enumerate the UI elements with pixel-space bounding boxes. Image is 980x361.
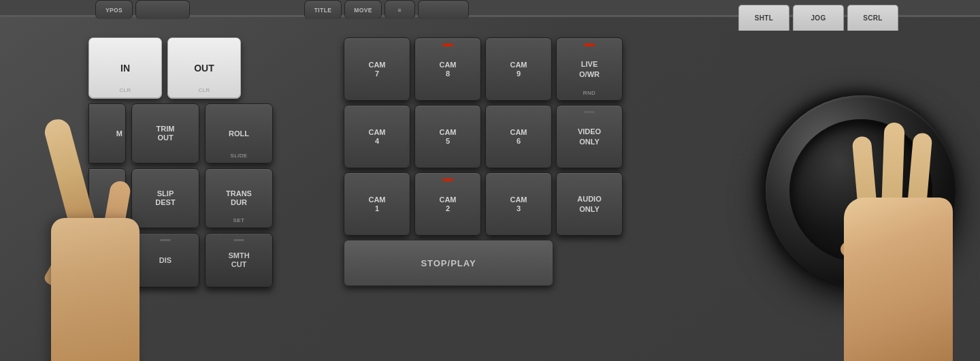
cam7-key[interactable]: CAM 7 — [344, 37, 410, 101]
cam5-num: 5 — [446, 137, 450, 145]
edit-section: IN CLR OUT CLR M TRIM OUT ROLL SLIDE — [88, 37, 273, 287]
out-label: OUT — [194, 63, 214, 74]
shtl-key[interactable]: SHTL — [738, 5, 789, 31]
cam8-label: CAM — [439, 61, 456, 69]
jog-wheel-area — [755, 54, 966, 327]
cam3-label: CAM — [510, 195, 527, 204]
cam6-label: CAM — [510, 128, 527, 136]
cam1-label: CAM — [368, 195, 385, 204]
jog-wheel-inner — [789, 119, 932, 262]
audio-only-label: AUDIO ONLY — [577, 194, 601, 214]
ut-partial-key[interactable] — [88, 168, 126, 228]
cam4-num: 4 — [375, 137, 379, 145]
trans-dur-key[interactable]: TRANS DUR SET — [205, 168, 273, 228]
live-owr-sub: RND — [583, 90, 596, 96]
live-owr-label: LIVE O/WR — [579, 59, 600, 79]
dis-label: DIS — [159, 256, 172, 264]
cam2-indicator — [442, 178, 453, 181]
cam8-num: 8 — [446, 69, 450, 78]
out-clr: CLR — [199, 87, 210, 93]
cam4-label: CAM — [368, 128, 385, 136]
slip-dest-key[interactable]: SLIP DEST — [131, 168, 199, 228]
blank-key-2[interactable] — [418, 0, 469, 19]
blank-key-1[interactable] — [135, 0, 190, 19]
roll-label: ROLL — [229, 129, 249, 138]
blank-gap — [193, 0, 301, 19]
keyboard-scene: YPOS TITLE MOVE ≡ SHTL JOG SCRL IN CLR O… — [0, 0, 980, 361]
cam5-label: CAM — [439, 128, 456, 136]
live-owr-key[interactable]: LIVE O/WR RND — [556, 37, 623, 101]
cam-section: CAM 7 CAM 8 CAM 9 LIVE O/WR RND CAM 4 — [344, 37, 624, 286]
cam-partial-key[interactable]: M — [88, 104, 126, 163]
smth-cut-key[interactable]: SMTH CUT — [205, 233, 273, 287]
dis-indicator — [160, 239, 171, 241]
cam1-key[interactable]: CAM 1 — [344, 172, 410, 236]
roll-sub: SLIDE — [230, 153, 247, 159]
move-key[interactable]: MOVE — [344, 0, 382, 19]
in-clr: CLR — [120, 87, 131, 93]
video-only-key[interactable]: VIDEO ONLY — [556, 105, 623, 168]
cam4-key[interactable]: CAM 4 — [344, 105, 410, 168]
smth-cut-indicator — [233, 239, 244, 241]
video-only-label: VIDEO ONLY — [578, 127, 601, 146]
dis-key[interactable]: DIS — [131, 233, 199, 287]
jog-key[interactable]: JOG — [793, 5, 844, 31]
title-key[interactable]: TITLE — [304, 0, 342, 19]
cam5-key[interactable]: CAM 5 — [414, 105, 481, 168]
cam3-num: 3 — [517, 204, 521, 213]
cam9-label: CAM — [510, 61, 527, 69]
out-key[interactable]: OUT CLR — [167, 37, 241, 99]
cam9-key[interactable]: CAM 9 — [485, 37, 552, 101]
smth-cut-label: SMTH CUT — [228, 251, 249, 269]
trim-out-key[interactable]: TRIM OUT — [131, 104, 199, 163]
stop-play-key[interactable]: STOP/PLAY — [344, 240, 553, 286]
cam7-label: CAM — [368, 61, 385, 69]
cam3-key[interactable]: CAM 3 — [485, 172, 552, 236]
cam9-num: 9 — [517, 69, 521, 78]
slip-dest-label: SLIP DEST — [155, 189, 175, 207]
top-row-keys: YPOS TITLE MOVE ≡ — [95, 0, 469, 19]
scrl-key[interactable]: SCRL — [847, 5, 898, 31]
cam2-label: CAM — [439, 195, 456, 204]
out-partial-key[interactable] — [88, 233, 126, 287]
stop-play-label: STOP/PLAY — [421, 258, 476, 268]
trans-dur-label: TRANS DUR — [226, 189, 252, 207]
spacer — [557, 240, 624, 286]
trans-dur-sub: SET — [233, 217, 245, 223]
audio-only-key[interactable]: AUDIO ONLY — [556, 172, 623, 236]
cam8-indicator — [442, 44, 453, 46]
roll-key[interactable]: ROLL SLIDE — [205, 104, 273, 163]
in-key[interactable]: IN CLR — [88, 37, 162, 99]
cam8-key[interactable]: CAM 8 — [414, 37, 481, 101]
cam6-num: 6 — [517, 137, 521, 145]
cam6-key[interactable]: CAM 6 — [485, 105, 552, 168]
jog-wheel-outer[interactable] — [766, 95, 956, 286]
video-only-indicator — [584, 111, 595, 113]
transport-keys: SHTL JOG SCRL — [738, 0, 898, 31]
menu-key[interactable]: ≡ — [385, 0, 415, 19]
live-owr-indicator — [584, 44, 595, 46]
in-label: IN — [120, 63, 130, 74]
cam7-num: 7 — [375, 69, 379, 78]
cam1-num: 1 — [375, 204, 379, 213]
cam2-num: 2 — [446, 204, 450, 213]
trim-out-label: TRIM OUT — [157, 125, 175, 142]
ypos-key[interactable]: YPOS — [95, 0, 133, 19]
cam-partial-label: M — [116, 129, 122, 138]
cam2-key[interactable]: CAM 2 — [414, 172, 481, 236]
